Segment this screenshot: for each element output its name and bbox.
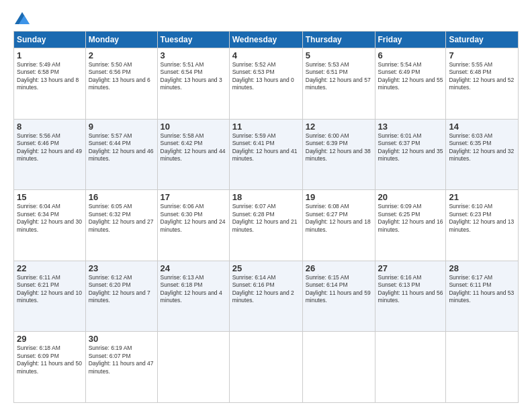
day-info: Sunrise: 6:00 AM Sunset: 6:39 PM Dayligh… <box>306 132 372 163</box>
day-number: 20 <box>378 192 443 202</box>
day-cell: 12 Sunrise: 6:00 AM Sunset: 6:39 PM Dayl… <box>302 119 375 190</box>
day-cell: 19 Sunrise: 6:08 AM Sunset: 6:27 PM Dayl… <box>302 190 375 261</box>
day-info: Sunrise: 5:56 AM Sunset: 6:46 PM Dayligh… <box>17 132 83 163</box>
column-header-tuesday: Tuesday <box>157 32 229 48</box>
day-cell: 20 Sunrise: 6:09 AM Sunset: 6:25 PM Dayl… <box>375 190 446 261</box>
day-number: 18 <box>232 192 300 202</box>
day-cell: 11 Sunrise: 5:59 AM Sunset: 6:41 PM Dayl… <box>229 119 302 190</box>
day-info: Sunrise: 5:52 AM Sunset: 6:53 PM Dayligh… <box>232 61 300 92</box>
day-info: Sunrise: 6:11 AM Sunset: 6:21 PM Dayligh… <box>17 274 83 305</box>
column-header-thursday: Thursday <box>302 32 375 48</box>
day-info: Sunrise: 6:08 AM Sunset: 6:27 PM Dayligh… <box>306 203 372 234</box>
day-cell: 30 Sunrise: 6:19 AM Sunset: 6:07 PM Dayl… <box>85 332 157 403</box>
day-number: 9 <box>89 122 154 132</box>
day-cell: 3 Sunrise: 5:51 AM Sunset: 6:54 PM Dayli… <box>157 48 229 120</box>
day-number: 4 <box>232 50 300 60</box>
week-row-5: 29 Sunrise: 6:18 AM Sunset: 6:09 PM Dayl… <box>14 332 519 403</box>
day-cell <box>446 332 519 403</box>
day-cell: 13 Sunrise: 6:01 AM Sunset: 6:37 PM Dayl… <box>375 119 446 190</box>
day-cell: 23 Sunrise: 6:12 AM Sunset: 6:20 PM Dayl… <box>85 261 157 332</box>
day-cell <box>229 332 302 403</box>
day-info: Sunrise: 5:55 AM Sunset: 6:48 PM Dayligh… <box>449 61 515 92</box>
day-number: 21 <box>449 192 515 202</box>
day-number: 28 <box>449 263 515 273</box>
day-info: Sunrise: 6:14 AM Sunset: 6:16 PM Dayligh… <box>232 274 300 305</box>
column-header-friday: Friday <box>375 32 446 48</box>
day-info: Sunrise: 5:59 AM Sunset: 6:41 PM Dayligh… <box>232 132 300 163</box>
day-info: Sunrise: 5:51 AM Sunset: 6:54 PM Dayligh… <box>161 61 226 92</box>
column-header-wednesday: Wednesday <box>229 32 302 48</box>
day-number: 1 <box>17 50 83 60</box>
day-info: Sunrise: 6:16 AM Sunset: 6:13 PM Dayligh… <box>378 274 443 305</box>
day-info: Sunrise: 6:19 AM Sunset: 6:07 PM Dayligh… <box>89 345 154 375</box>
day-info: Sunrise: 5:49 AM Sunset: 6:58 PM Dayligh… <box>17 61 83 92</box>
day-number: 6 <box>378 50 443 60</box>
day-cell: 18 Sunrise: 6:07 AM Sunset: 6:28 PM Dayl… <box>229 190 302 261</box>
day-info: Sunrise: 6:13 AM Sunset: 6:18 PM Dayligh… <box>161 274 226 305</box>
day-cell: 5 Sunrise: 5:53 AM Sunset: 6:51 PM Dayli… <box>302 48 375 120</box>
day-cell: 7 Sunrise: 5:55 AM Sunset: 6:48 PM Dayli… <box>446 48 519 120</box>
day-cell: 15 Sunrise: 6:04 AM Sunset: 6:34 PM Dayl… <box>14 190 86 261</box>
day-number: 5 <box>306 50 372 60</box>
column-header-saturday: Saturday <box>446 32 519 48</box>
day-number: 27 <box>378 263 443 273</box>
day-number: 12 <box>306 122 372 132</box>
day-number: 23 <box>89 263 154 273</box>
day-cell: 1 Sunrise: 5:49 AM Sunset: 6:58 PM Dayli… <box>14 48 86 120</box>
day-info: Sunrise: 6:03 AM Sunset: 6:35 PM Dayligh… <box>449 132 515 163</box>
logo-icon <box>15 12 30 24</box>
day-cell <box>375 332 446 403</box>
day-cell: 2 Sunrise: 5:50 AM Sunset: 6:56 PM Dayli… <box>85 48 157 120</box>
day-info: Sunrise: 6:09 AM Sunset: 6:25 PM Dayligh… <box>378 203 443 234</box>
logo <box>13 12 30 24</box>
day-cell <box>157 332 229 403</box>
day-cell: 4 Sunrise: 5:52 AM Sunset: 6:53 PM Dayli… <box>229 48 302 120</box>
day-info: Sunrise: 5:53 AM Sunset: 6:51 PM Dayligh… <box>306 61 372 92</box>
day-info: Sunrise: 5:58 AM Sunset: 6:42 PM Dayligh… <box>161 132 226 163</box>
day-cell: 26 Sunrise: 6:15 AM Sunset: 6:14 PM Dayl… <box>302 261 375 332</box>
day-info: Sunrise: 6:17 AM Sunset: 6:11 PM Dayligh… <box>449 274 515 305</box>
day-cell: 17 Sunrise: 6:06 AM Sunset: 6:30 PM Dayl… <box>157 190 229 261</box>
day-info: Sunrise: 5:50 AM Sunset: 6:56 PM Dayligh… <box>89 61 154 92</box>
day-cell: 24 Sunrise: 6:13 AM Sunset: 6:18 PM Dayl… <box>157 261 229 332</box>
day-number: 16 <box>89 192 154 202</box>
calendar-header-row: SundayMondayTuesdayWednesdayThursdayFrid… <box>14 32 519 48</box>
day-number: 14 <box>449 122 515 132</box>
day-cell: 22 Sunrise: 6:11 AM Sunset: 6:21 PM Dayl… <box>14 261 86 332</box>
day-info: Sunrise: 6:07 AM Sunset: 6:28 PM Dayligh… <box>232 203 300 234</box>
day-number: 15 <box>17 192 83 202</box>
day-cell: 21 Sunrise: 6:10 AM Sunset: 6:23 PM Dayl… <box>446 190 519 261</box>
day-info: Sunrise: 5:54 AM Sunset: 6:49 PM Dayligh… <box>378 61 443 92</box>
day-info: Sunrise: 6:12 AM Sunset: 6:20 PM Dayligh… <box>89 274 154 305</box>
day-cell: 6 Sunrise: 5:54 AM Sunset: 6:49 PM Dayli… <box>375 48 446 120</box>
day-info: Sunrise: 6:18 AM Sunset: 6:09 PM Dayligh… <box>17 345 83 375</box>
column-header-monday: Monday <box>85 32 157 48</box>
day-number: 2 <box>89 50 154 60</box>
week-row-2: 8 Sunrise: 5:56 AM Sunset: 6:46 PM Dayli… <box>14 119 519 190</box>
day-number: 26 <box>306 263 372 273</box>
day-number: 29 <box>17 334 83 344</box>
day-cell: 16 Sunrise: 6:05 AM Sunset: 6:32 PM Dayl… <box>85 190 157 261</box>
day-number: 13 <box>378 122 443 132</box>
day-cell: 25 Sunrise: 6:14 AM Sunset: 6:16 PM Dayl… <box>229 261 302 332</box>
day-cell: 27 Sunrise: 6:16 AM Sunset: 6:13 PM Dayl… <box>375 261 446 332</box>
day-number: 17 <box>161 192 226 202</box>
day-info: Sunrise: 5:57 AM Sunset: 6:44 PM Dayligh… <box>89 132 154 163</box>
day-info: Sunrise: 6:01 AM Sunset: 6:37 PM Dayligh… <box>378 132 443 163</box>
week-row-1: 1 Sunrise: 5:49 AM Sunset: 6:58 PM Dayli… <box>14 48 519 120</box>
day-number: 3 <box>161 50 226 60</box>
day-info: Sunrise: 6:10 AM Sunset: 6:23 PM Dayligh… <box>449 203 515 234</box>
calendar-table: SundayMondayTuesdayWednesdayThursdayFrid… <box>13 31 519 403</box>
day-number: 8 <box>17 122 83 132</box>
day-number: 7 <box>449 50 515 60</box>
week-row-4: 22 Sunrise: 6:11 AM Sunset: 6:21 PM Dayl… <box>14 261 519 332</box>
day-info: Sunrise: 6:05 AM Sunset: 6:32 PM Dayligh… <box>89 203 154 234</box>
day-number: 19 <box>306 192 372 202</box>
page: SundayMondayTuesdayWednesdayThursdayFrid… <box>0 0 532 411</box>
day-number: 24 <box>161 263 226 273</box>
day-number: 11 <box>232 122 300 132</box>
column-header-sunday: Sunday <box>14 32 86 48</box>
day-cell: 9 Sunrise: 5:57 AM Sunset: 6:44 PM Dayli… <box>85 119 157 190</box>
day-cell: 28 Sunrise: 6:17 AM Sunset: 6:11 PM Dayl… <box>446 261 519 332</box>
day-cell <box>302 332 375 403</box>
